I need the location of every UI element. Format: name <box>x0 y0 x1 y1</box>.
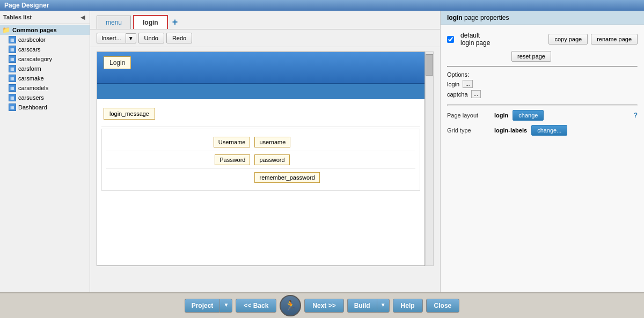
props-default-row: default login page copy page rename page <box>447 32 638 47</box>
close-button[interactable]: Close <box>426 299 460 313</box>
form-row-username: Username username <box>106 134 415 151</box>
props-options-section: Options: login ... captcha ... <box>447 71 638 98</box>
sidebar-collapse-btn[interactable]: ◄ <box>79 13 86 21</box>
sidebar-item-label-carsform: carsform <box>18 65 41 72</box>
sidebar-item-label-carsmodels: carsmodels <box>18 85 48 91</box>
sidebar-item-carsusers[interactable]: ▦ carsusers <box>0 93 90 102</box>
project-dropdown[interactable]: Project ▼ <box>185 299 233 313</box>
reset-page-button[interactable]: reset page <box>511 51 551 62</box>
sidebar-group-common: 📁 Common pages ▦ carsbcolor ▦ carscars ▦… <box>0 24 90 113</box>
props-help-icon[interactable]: ? <box>634 112 638 119</box>
sidebar-item-carsmake[interactable]: ▦ carsmake <box>0 73 90 83</box>
sidebar-item-carsmodels[interactable]: ▦ carsmodels <box>0 83 90 93</box>
page-header-section: Login <box>97 52 425 84</box>
tab-add-btn[interactable]: + <box>170 17 180 28</box>
insert-main-btn[interactable]: Insert... <box>97 33 126 43</box>
props-page-label: login page <box>460 39 490 47</box>
login-title-box[interactable]: Login <box>104 56 131 69</box>
table-icon-dashboard: ▦ <box>9 103 16 111</box>
toolbar: Insert... ▼ Undo Redo <box>90 29 440 47</box>
props-header: login page properties <box>441 11 644 25</box>
page-layout-value: login <box>494 112 508 119</box>
tab-menu-label: menu <box>106 19 122 26</box>
captcha-option-row: captcha ... <box>447 90 638 98</box>
login-message-box[interactable]: login_message <box>104 108 155 120</box>
properties-panel: login page properties default login page… <box>440 11 644 292</box>
table-icon-carsusers: ▦ <box>9 94 16 101</box>
insert-arrow-btn[interactable]: ▼ <box>126 33 136 43</box>
default-checkbox[interactable] <box>447 36 454 43</box>
back-button[interactable]: << Back <box>236 299 276 313</box>
sidebar-item-label-carsbcolor: carsbcolor <box>18 36 46 43</box>
run-button[interactable]: 🏃 <box>280 295 301 316</box>
tab-menu[interactable]: menu <box>97 16 131 29</box>
build-arrow-btn[interactable]: ▼ <box>377 299 390 313</box>
props-reset-row: reset page <box>447 51 638 62</box>
captcha-option-dots[interactable]: ... <box>471 90 481 98</box>
table-icon-carscars: ▦ <box>9 46 16 53</box>
props-default-label: default <box>460 32 490 39</box>
build-dropdown[interactable]: Build ▼ <box>347 299 390 313</box>
page-layout-change-btn[interactable]: change <box>513 110 544 121</box>
insert-dropdown[interactable]: Insert... ▼ <box>97 33 136 43</box>
canvas-content: Login login_message <box>97 51 425 266</box>
designer-canvas: Login login_message <box>90 47 440 292</box>
props-header-bold: login page properties <box>447 14 509 21</box>
table-icon-carscategory: ▦ <box>9 55 16 63</box>
password-label-box[interactable]: Password <box>215 154 250 165</box>
login-message-section: login_message <box>101 103 420 127</box>
page-body: login_message Username username <box>97 99 425 197</box>
folder-icon: 📁 <box>2 26 10 34</box>
page-accent-bar <box>97 84 425 99</box>
sidebar-group-label: Common pages <box>12 27 57 33</box>
sidebar-item-dashboard[interactable]: ▦ Dashboard <box>0 102 90 112</box>
props-grid-type-row: Grid type login-labels change... <box>447 125 638 136</box>
title-bar: Page Designer <box>0 0 644 11</box>
options-label: Options: <box>447 71 638 78</box>
form-row-remember: remember_password <box>106 169 415 186</box>
sidebar-item-label-carsusers: carsusers <box>18 94 44 101</box>
sidebar-item-label-dashboard: Dashboard <box>18 104 47 110</box>
sidebar-item-carscars[interactable]: ▦ carscars <box>0 45 90 54</box>
tab-login-label: login <box>143 19 158 26</box>
copy-page-button[interactable]: copy page <box>548 34 588 45</box>
captcha-option-label: captcha <box>447 91 468 98</box>
grid-type-change-btn[interactable]: change... <box>531 125 567 136</box>
project-arrow-btn[interactable]: ▼ <box>219 299 232 313</box>
content-area: menu login + Insert... ▼ Undo Redo Login <box>90 11 440 292</box>
sidebar-item-carsform[interactable]: ▦ carsform <box>0 64 90 73</box>
sidebar-item-carsbcolor[interactable]: ▦ carsbcolor <box>0 35 90 45</box>
sidebar-item-carscategory[interactable]: ▦ carscategory <box>0 54 90 64</box>
run-icon: 🏃 <box>284 300 296 312</box>
sidebar-group-header-common[interactable]: 📁 Common pages <box>0 25 90 35</box>
page-layout-label: Page layout <box>447 112 490 119</box>
tab-login[interactable]: login <box>133 15 168 29</box>
redo-button[interactable]: Redo <box>166 33 192 43</box>
bottom-bar: Project ▼ << Back 🏃 Next >> Build ▼ Help… <box>0 292 644 318</box>
build-main-btn[interactable]: Build <box>347 299 377 313</box>
tabs-bar: menu login + <box>90 11 440 29</box>
next-button[interactable]: Next >> <box>304 299 343 313</box>
login-option-label: login <box>447 81 459 87</box>
sidebar-item-label-carsmake: carsmake <box>18 75 44 82</box>
sidebar-header: Tables list ◄ <box>0 11 90 24</box>
rename-page-button[interactable]: rename page <box>591 34 638 45</box>
login-option-row: login ... <box>447 80 638 88</box>
table-icon-carsform: ▦ <box>9 65 16 72</box>
username-label-box[interactable]: Username <box>214 137 251 147</box>
table-icon-carsmake: ▦ <box>9 75 16 82</box>
help-button[interactable]: Help <box>393 299 423 313</box>
username-field-box[interactable]: username <box>254 137 290 147</box>
scrollbar-thumb[interactable] <box>426 54 433 76</box>
undo-button[interactable]: Undo <box>138 33 164 43</box>
login-option-dots[interactable]: ... <box>463 80 472 88</box>
canvas-scrollbar[interactable] <box>425 51 434 266</box>
title-bar-label: Page Designer <box>4 2 49 9</box>
form-fields-section: Username username Password <box>101 129 420 191</box>
password-field-box[interactable]: password <box>254 154 289 165</box>
sidebar: Tables list ◄ 📁 Common pages ▦ carsbcolo… <box>0 11 90 292</box>
remember-password-box[interactable]: remember_password <box>254 172 319 183</box>
project-main-btn[interactable]: Project <box>185 299 220 313</box>
sidebar-item-label-carscategory: carscategory <box>18 56 52 62</box>
props-page-layout-row: Page layout login change ? <box>447 110 638 121</box>
